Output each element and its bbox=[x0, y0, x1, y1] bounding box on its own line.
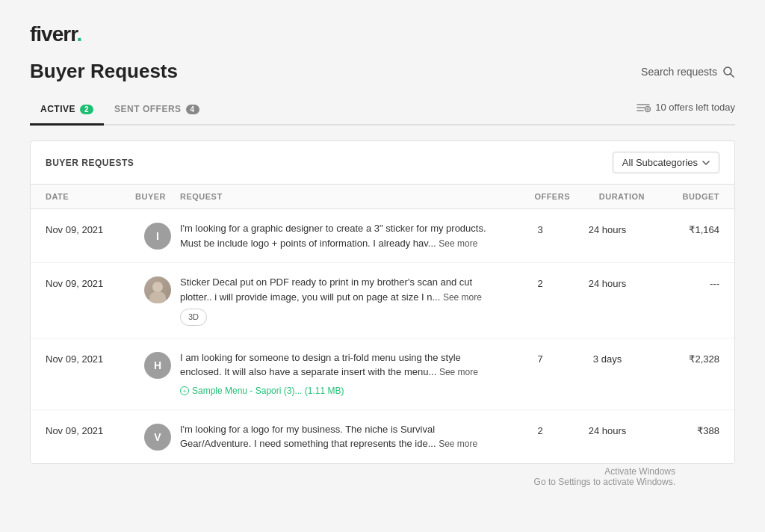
row-budget: ₹388 bbox=[645, 422, 719, 436]
row-buyer: I bbox=[135, 221, 180, 250]
search-area[interactable]: Search requests bbox=[641, 65, 735, 78]
tab-sent-offers[interactable]: SENT OFFERS 4 bbox=[104, 96, 210, 126]
table-row: Nov 09, 2021 H I am looking for someone … bbox=[31, 338, 734, 410]
row-request: I'm looking for a graphic designer to cr… bbox=[180, 221, 510, 250]
avatar: I bbox=[144, 223, 171, 250]
row-buyer: H bbox=[135, 350, 180, 379]
logo-wordmark: fiverr bbox=[30, 22, 77, 46]
row-duration: 24 hours bbox=[570, 221, 645, 235]
tabs-row: ACTIVE 2 SENT OFFERS 4 10 offers left to… bbox=[30, 96, 735, 126]
row-duration: 3 days bbox=[570, 350, 645, 365]
row-budget: ₹2,328 bbox=[645, 350, 719, 365]
row-date: Nov 09, 2021 bbox=[46, 275, 135, 289]
tag-badge: 3D bbox=[180, 309, 207, 326]
table-header-row: BUYER REQUESTS All Subcategories bbox=[31, 141, 734, 185]
tab-active[interactable]: ACTIVE 2 bbox=[30, 96, 104, 126]
row-duration: 24 hours bbox=[570, 422, 645, 436]
table-row: Nov 09, 2021 Sticker Decal put on PDF re… bbox=[31, 263, 734, 338]
row-budget: --- bbox=[645, 275, 719, 289]
row-buyer bbox=[135, 275, 180, 303]
page-header: Buyer Requests Search requests bbox=[30, 60, 735, 83]
row-request: I am looking for someone to design a tri… bbox=[180, 350, 510, 398]
see-more-link[interactable]: See more bbox=[443, 292, 482, 303]
row-date: Nov 09, 2021 bbox=[46, 350, 135, 365]
row-duration: 24 hours bbox=[570, 275, 645, 289]
table-row: Nov 09, 2021 I I'm looking for a graphic… bbox=[31, 209, 734, 263]
offers-left: 10 offers left today bbox=[636, 102, 735, 120]
svg-line-1 bbox=[731, 74, 734, 77]
tabs-left: ACTIVE 2 SENT OFFERS 4 bbox=[30, 96, 210, 124]
see-more-link[interactable]: See more bbox=[439, 367, 478, 377]
avatar: H bbox=[144, 352, 171, 379]
activate-windows-watermark: Activate Windows Go to Settings to activ… bbox=[534, 466, 675, 487]
chevron-down-icon bbox=[702, 161, 710, 165]
column-headers: DATE BUYER REQUEST OFFERS DURATION BUDGE… bbox=[31, 185, 734, 209]
col-budget: BUDGET bbox=[645, 192, 719, 201]
table-section-title: BUYER REQUESTS bbox=[46, 158, 134, 168]
col-request: REQUEST bbox=[180, 192, 510, 201]
see-more-link[interactable]: See more bbox=[439, 439, 477, 449]
svg-text:+: + bbox=[183, 388, 187, 395]
row-offers: 3 bbox=[510, 221, 570, 235]
subcategory-label: All Subcategories bbox=[622, 157, 698, 168]
tab-active-label: ACTIVE bbox=[40, 104, 75, 114]
activate-line2: Go to Settings to activate Windows. bbox=[534, 477, 675, 487]
table-row: Nov 09, 2021 V I'm looking for a logo fo… bbox=[31, 410, 734, 463]
row-request: I'm looking for a logo for my business. … bbox=[180, 422, 510, 451]
offers-left-label: 10 offers left today bbox=[655, 102, 735, 113]
table-card: BUYER REQUESTS All Subcategories DATE BU… bbox=[30, 140, 735, 464]
row-budget: ₹1,164 bbox=[645, 221, 719, 235]
logo-text: fiverr. bbox=[30, 22, 81, 46]
search-icon[interactable] bbox=[722, 65, 735, 78]
row-date: Nov 09, 2021 bbox=[46, 221, 135, 235]
row-request: Sticker Decal put on PDF ready to print … bbox=[180, 275, 510, 326]
logo-area: fiverr. bbox=[30, 22, 735, 46]
col-duration: DURATION bbox=[570, 192, 645, 201]
col-buyer: BUYER bbox=[135, 192, 180, 201]
col-offers: OFFERS bbox=[510, 192, 570, 201]
tab-active-badge: 2 bbox=[80, 105, 93, 114]
tab-sent-offers-label: SENT OFFERS bbox=[114, 104, 182, 114]
row-buyer: V bbox=[135, 422, 180, 451]
page-title: Buyer Requests bbox=[30, 60, 178, 83]
attachment-icon: + bbox=[180, 386, 189, 395]
see-more-link[interactable]: See more bbox=[439, 238, 477, 249]
logo-dot: . bbox=[77, 22, 82, 46]
col-date: DATE bbox=[46, 192, 135, 201]
attachment-filename: Sample Menu - Sapori (3)... (1.11 MB) bbox=[192, 384, 344, 398]
avatar bbox=[144, 276, 171, 303]
row-offers: 2 bbox=[510, 275, 570, 289]
subcategory-dropdown[interactable]: All Subcategories bbox=[613, 152, 719, 173]
activate-line1: Activate Windows bbox=[534, 466, 675, 477]
attachment-link[interactable]: + Sample Menu - Sapori (3)... (1.11 MB) bbox=[180, 384, 503, 398]
search-label: Search requests bbox=[641, 66, 717, 78]
row-date: Nov 09, 2021 bbox=[46, 422, 135, 436]
row-offers: 2 bbox=[510, 422, 570, 436]
avatar: V bbox=[144, 424, 171, 451]
tab-sent-offers-badge: 4 bbox=[186, 105, 199, 114]
offers-icon bbox=[636, 102, 651, 114]
row-offers: 7 bbox=[510, 350, 570, 365]
